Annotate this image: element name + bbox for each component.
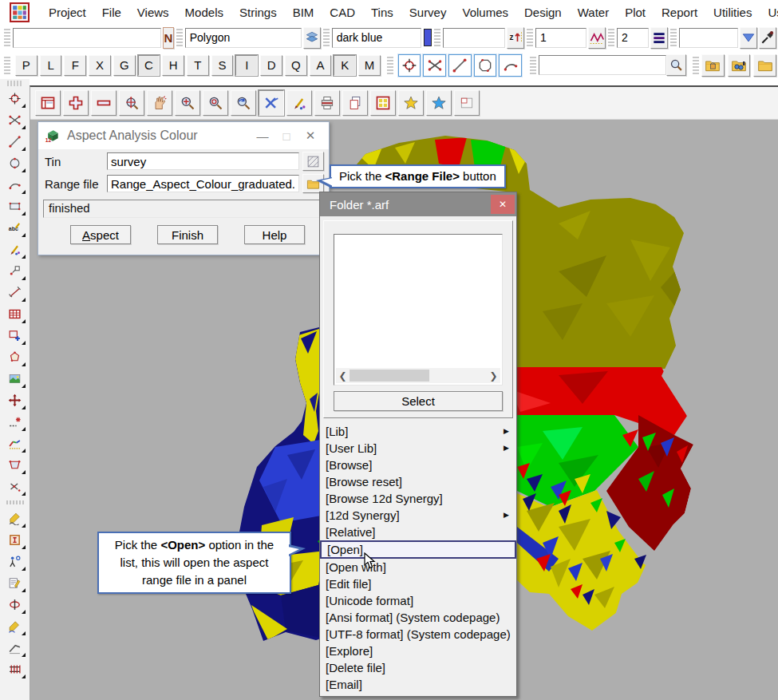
angle-line-button[interactable]	[3, 638, 26, 658]
toolbar-grip[interactable]	[693, 57, 699, 74]
hatch-railway-button[interactable]	[3, 659, 26, 679]
range-file-input[interactable]	[107, 175, 299, 192]
menu-item-open[interactable]: [Open]	[320, 540, 516, 559]
closed-shape-button[interactable]	[3, 455, 26, 475]
dropdown-triangle-button[interactable]	[740, 27, 757, 49]
cad-button-t[interactable]: T	[187, 55, 209, 76]
toolbar-grip[interactable]	[387, 57, 393, 74]
measure-button[interactable]	[3, 283, 26, 303]
menu-item-browse[interactable]: [Browse]	[320, 457, 516, 473]
cad-button-l[interactable]: L	[40, 55, 62, 76]
scroll-right-icon[interactable]: ❯	[487, 370, 500, 382]
name-input[interactable]	[13, 28, 161, 48]
cad-button-h[interactable]: H	[162, 55, 184, 76]
menu-project[interactable]: Project	[41, 6, 94, 19]
file-listbox[interactable]: ❮ ❯	[334, 234, 503, 386]
menu-item-explore[interactable]: [Explore]	[320, 643, 516, 659]
menu-strings[interactable]: Strings	[231, 6, 285, 19]
tin-input[interactable]	[107, 152, 299, 170]
toolbar-grip[interactable]	[670, 29, 677, 46]
name-n-button[interactable]: N	[163, 27, 174, 49]
menu-tins[interactable]: Tins	[363, 6, 401, 19]
freehand-pencil-button[interactable]	[3, 508, 26, 528]
redraw-brush-button[interactable]	[286, 90, 312, 116]
style-input[interactable]	[617, 28, 649, 48]
favourites-yellow-button[interactable]	[398, 90, 424, 116]
snap-cancel-button[interactable]	[259, 90, 284, 116]
polygon-snap-toggle[interactable]	[474, 54, 497, 77]
road-marker-button[interactable]	[3, 595, 26, 615]
draw-arc-button[interactable]	[3, 175, 26, 195]
print-button[interactable]	[314, 90, 340, 116]
maximize-icon[interactable]: □	[274, 129, 298, 143]
cad-button-m[interactable]: M	[358, 55, 381, 76]
toolbar-grip[interactable]	[4, 29, 10, 46]
style-lines-button[interactable]	[650, 27, 668, 49]
corner-window-button[interactable]	[454, 90, 480, 116]
zoom-previous-button[interactable]	[203, 90, 228, 116]
cad-button-i[interactable]: I	[235, 55, 258, 76]
zoom-refresh-button[interactable]	[231, 90, 256, 116]
insert-image-button[interactable]	[3, 369, 26, 389]
finish-button[interactable]: Finish	[157, 225, 218, 244]
aspect-dialog-titlebar[interactable]: Aspect Analysis Colour — □ ✕	[38, 122, 329, 149]
draw-text-button[interactable]	[3, 218, 26, 238]
close-icon[interactable]: ✕	[491, 195, 515, 214]
z-order-button[interactable]	[507, 27, 524, 49]
draw-point-button[interactable]	[3, 89, 26, 109]
cross-snap-toggle[interactable]	[423, 54, 446, 77]
menu-utilities[interactable]: Utilities	[705, 6, 760, 19]
close-icon[interactable]: ✕	[298, 129, 322, 143]
minimize-icon[interactable]: —	[251, 129, 274, 143]
window-copy-button[interactable]	[3, 326, 26, 346]
cad-button-a[interactable]: A	[310, 55, 332, 76]
folder-tools-button[interactable]	[728, 54, 751, 77]
type-input[interactable]	[185, 28, 302, 48]
menu-user[interactable]: User	[760, 6, 778, 19]
line-snap-toggle[interactable]	[448, 54, 472, 77]
scroll-left-icon[interactable]: ❮	[336, 370, 350, 382]
folder-library-button[interactable]	[701, 54, 725, 77]
menu-plot[interactable]: Plot	[617, 6, 654, 19]
cad-button-p[interactable]: P	[15, 55, 38, 76]
table-grid-button[interactable]	[3, 304, 26, 324]
coloured-polyline-button[interactable]	[3, 433, 26, 453]
menu-item-open-with[interactable]: [Open with]	[320, 559, 516, 575]
draw-cross-button[interactable]	[3, 110, 26, 130]
search-button[interactable]	[666, 54, 686, 76]
folder-more-button[interactable]	[753, 54, 776, 77]
copy-view-button[interactable]	[342, 90, 368, 116]
menu-item-email[interactable]: [Email]	[320, 676, 516, 693]
help-button[interactable]: Help	[244, 225, 305, 244]
aspect-button[interactable]: Aspect	[70, 225, 131, 244]
edit-note-button[interactable]	[3, 573, 26, 593]
menu-item-edit-file[interactable]: [Edit file]	[320, 575, 516, 592]
menu-volumes[interactable]: Volumes	[454, 6, 516, 19]
toolbar-grip[interactable]	[527, 29, 533, 46]
colour-swatch[interactable]	[424, 29, 432, 46]
cad-button-q[interactable]: Q	[285, 55, 307, 76]
arc-snap-toggle[interactable]	[499, 54, 522, 77]
toolbar-grip[interactable]	[4, 57, 10, 74]
weight-input[interactable]	[535, 28, 586, 48]
pan-button[interactable]	[147, 90, 172, 116]
cad-button-x[interactable]: X	[89, 55, 111, 76]
toolbar-grip[interactable]	[176, 29, 183, 46]
toolbar-grip[interactable]	[323, 29, 330, 46]
menu-bim[interactable]: BIM	[285, 6, 322, 19]
toolbar-grip[interactable]	[434, 29, 440, 46]
menu-file[interactable]: File	[94, 6, 129, 19]
toolbar-grip[interactable]	[530, 57, 536, 74]
sidebar-grip[interactable]	[7, 81, 23, 86]
cad-button-g[interactable]: G	[113, 55, 136, 76]
fit-window-button[interactable]	[35, 90, 61, 116]
insert-point-button[interactable]	[3, 412, 26, 432]
draw-rectangle-button[interactable]	[3, 196, 26, 216]
draw-circle-button[interactable]	[3, 153, 26, 173]
tinable-input[interactable]	[443, 28, 505, 48]
delete-points-button[interactable]	[3, 477, 26, 496]
menu-item-relative[interactable]: [Relative]	[320, 524, 516, 540]
colour-input[interactable]	[332, 28, 421, 48]
menu-report[interactable]: Report	[654, 6, 705, 19]
menu-models[interactable]: Models	[177, 6, 231, 19]
